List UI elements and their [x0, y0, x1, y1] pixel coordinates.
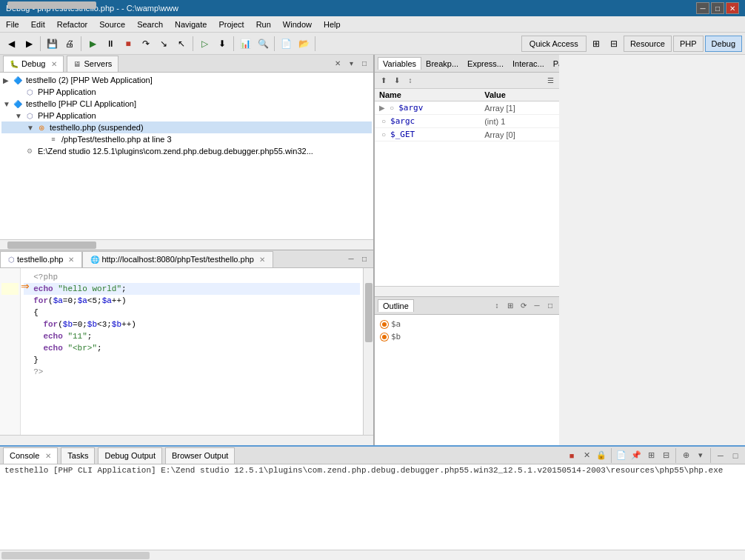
tab-browser-output[interactable]: Browser Output	[165, 447, 235, 464]
perspective-debug[interactable]: Debug	[705, 36, 742, 52]
toolbar-var[interactable]: 📊	[237, 36, 253, 52]
tree-arrow-4[interactable]: ▼	[27, 124, 36, 132]
menu-run[interactable]: Run	[250, 16, 277, 32]
console-pin-btn[interactable]: 📌	[629, 449, 643, 462]
toolbar-print[interactable]: 🖨	[61, 36, 78, 52]
editor-min-btn[interactable]: ─	[345, 253, 357, 265]
toolbar-debug-run[interactable]: ▷	[196, 36, 213, 52]
toolbar-run[interactable]: ▶	[84, 36, 101, 52]
menu-window[interactable]: Window	[277, 16, 318, 32]
var-toolbar-btn3[interactable]: ↕	[404, 75, 416, 87]
toolbar-save[interactable]: 💾	[44, 36, 60, 52]
outline-item-1[interactable]: $b	[378, 330, 556, 343]
menu-edit[interactable]: Edit	[25, 16, 51, 32]
tree-arrow-2[interactable]: ▼	[3, 100, 12, 108]
outline-max-btn[interactable]: □	[544, 300, 556, 312]
toolbar-forward[interactable]: ▶	[21, 36, 37, 52]
tree-arrow-3[interactable]: ▼	[15, 112, 24, 120]
menu-search[interactable]: Search	[131, 16, 169, 32]
expand-icon-0[interactable]: ▶	[379, 104, 385, 112]
tab-expressions[interactable]: Express...	[463, 58, 508, 70]
menu-help[interactable]: Help	[318, 16, 347, 32]
toolbar-inspect[interactable]: 🔍	[255, 36, 271, 52]
tab-outline[interactable]: Outline	[378, 299, 414, 312]
console-layout2-btn[interactable]: ⊟	[659, 449, 672, 462]
tree-item-5[interactable]: ≡ /phpTest/testhello.php at line 3	[1, 133, 372, 145]
tab-interactive[interactable]: Interac...	[508, 58, 549, 70]
editor-max-btn[interactable]: □	[358, 253, 370, 265]
tree-item-1[interactable]: ⬡ PHP Application	[1, 86, 372, 98]
perspective-php[interactable]: PHP	[673, 36, 704, 52]
toolbar-perspectives2-icon[interactable]: ⊟	[606, 36, 622, 52]
quick-access-button[interactable]: Quick Access	[521, 36, 587, 52]
toolbar-debug-drop[interactable]: ⬇	[214, 36, 230, 52]
debug-tab-close[interactable]: ✕	[51, 60, 57, 68]
tab-debug-output[interactable]: Debug Output	[98, 447, 162, 464]
editor-scrollbar-v[interactable]	[363, 268, 373, 435]
outline-sort-btn[interactable]: ↕	[491, 300, 503, 312]
console-tab-close[interactable]: ✕	[45, 452, 51, 460]
tree-item-0[interactable]: ▶ 🔷 testhello (2) [PHP Web Application]	[1, 74, 372, 86]
toolbar-perspectives-icon[interactable]: ⊞	[588, 36, 604, 52]
menu-project[interactable]: Project	[213, 16, 250, 32]
editor-tab-close-0[interactable]: ✕	[68, 256, 74, 264]
perspective-resource[interactable]: Resource	[624, 36, 672, 52]
menu-file[interactable]: File	[0, 16, 25, 32]
tab-variables[interactable]: Variables	[378, 57, 421, 70]
tab-tasks[interactable]: Tasks	[61, 447, 95, 464]
var-row-0[interactable]: ▶ ○ $argv Array [1]	[375, 101, 559, 115]
console-max-btn[interactable]: □	[729, 449, 742, 462]
tree-item-4[interactable]: ▼ ⊛ testhello.php (suspended)	[1, 121, 372, 133]
menu-navigate[interactable]: Navigate	[169, 16, 213, 32]
console-lock-btn[interactable]: 🔒	[595, 449, 608, 462]
var-row-2[interactable]: ○ $_GET Array [0]	[375, 128, 559, 141]
toolbar-new[interactable]: 📄	[278, 36, 294, 52]
console-new-btn[interactable]: ⊕	[679, 449, 692, 462]
tab-parameters[interactable]: Parame...	[549, 58, 559, 70]
tree-item-6[interactable]: ⚙ E:\Zend studio 12.5.1\plugins\com.zend…	[1, 145, 372, 157]
tree-arrow-0[interactable]: ▶	[3, 76, 12, 84]
var-scrollbar-h[interactable]	[375, 286, 559, 296]
console-clear-btn[interactable]: ✕	[580, 449, 593, 462]
editor-tab-testhello[interactable]: ⬡ testhello.php ✕	[0, 251, 82, 267]
tab-debug[interactable]: 🐛 Debug ✕	[3, 56, 64, 72]
console-layout-btn[interactable]: ⊞	[644, 449, 658, 462]
debug-scrollbar-h[interactable]	[0, 239, 373, 250]
tab-console[interactable]: Console ✕	[3, 447, 58, 464]
toolbar-step-return[interactable]: ↖	[173, 36, 190, 52]
toolbar-step-into[interactable]: ↘	[156, 36, 172, 52]
console-open-file-btn[interactable]: 📄	[615, 449, 628, 462]
minimize-view-btn[interactable]: ✕	[332, 58, 344, 70]
maximize-button[interactable]: □	[711, 2, 724, 14]
tree-item-3[interactable]: ▼ ⬡ PHP Application	[1, 110, 372, 121]
maximize-view-btn[interactable]: □	[358, 58, 370, 70]
outline-sync-btn[interactable]: ⟳	[518, 300, 529, 312]
toolbar-stop[interactable]: ■	[120, 36, 136, 52]
outline-item-0[interactable]: $a	[378, 318, 556, 330]
console-dropdown-btn[interactable]: ▾	[694, 449, 707, 462]
outline-min-btn[interactable]: ─	[531, 300, 543, 312]
close-button[interactable]: ✕	[726, 2, 739, 14]
var-toolbar-btn1[interactable]: ⬆	[378, 75, 390, 87]
tree-item-2[interactable]: ▼ 🔷 testhello [PHP CLI Application]	[1, 98, 372, 110]
editor-scrollbar-h[interactable]	[0, 435, 373, 445]
toolbar-step-over[interactable]: ↷	[138, 36, 154, 52]
var-toolbar-btn2[interactable]: ⬇	[391, 75, 403, 87]
menu-source[interactable]: Source	[93, 16, 131, 32]
console-stop-btn[interactable]: ■	[565, 449, 578, 462]
var-row-1[interactable]: ○ $argc (int) 1	[375, 115, 559, 128]
var-toolbar-view[interactable]: ☰	[544, 75, 556, 87]
code-area[interactable]: <?php echo "hello world"; for($a=0;$a<5;…	[21, 268, 363, 435]
console-min-btn[interactable]: ─	[714, 449, 727, 462]
bottom-scrollbar-h[interactable]	[0, 550, 745, 560]
editor-tab-browser[interactable]: 🌐 http://localhost:8080/phpTest/testhell…	[82, 251, 273, 267]
toolbar-back[interactable]: ◀	[3, 36, 19, 52]
tab-breakpoints[interactable]: Breakp...	[421, 58, 463, 70]
view-menu-btn[interactable]: ▾	[345, 58, 357, 70]
menu-refactor[interactable]: Refactor	[51, 16, 94, 32]
tab-servers[interactable]: 🖥 Servers	[67, 56, 118, 72]
outline-group-btn[interactable]: ⊞	[504, 300, 516, 312]
editor-tab-close-1[interactable]: ✕	[259, 256, 265, 264]
minimize-button[interactable]: ─	[696, 2, 709, 14]
toolbar-open[interactable]: 📂	[295, 36, 312, 52]
